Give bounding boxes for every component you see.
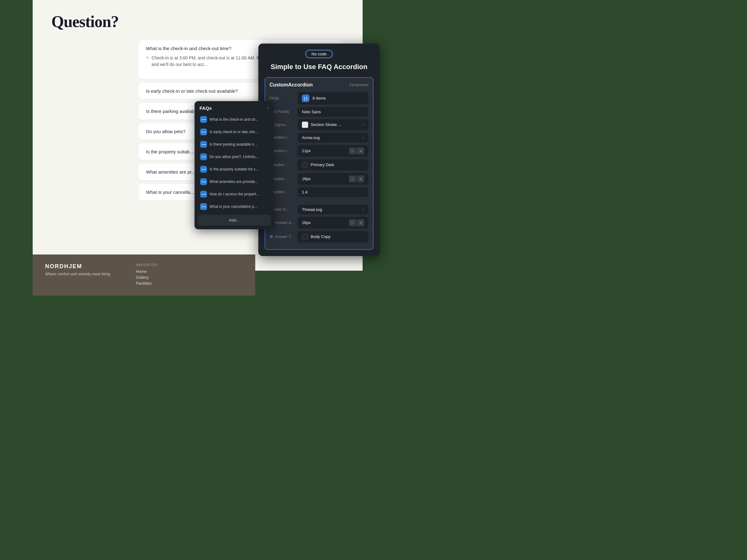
panel-row-a-text: ⊕ Answer T... Body Copy (269, 231, 368, 242)
stepper-divider (356, 148, 357, 154)
brand-tagline: Where comfort and serenity meet living. (45, 272, 111, 277)
panel-label-a-text: Answer T... (275, 235, 293, 239)
q-color-value: Primary Dark (311, 162, 334, 167)
dot (202, 157, 203, 157)
stepper-minus-a16[interactable]: − (349, 219, 356, 226)
nav-link-gallery[interactable]: Gallery (136, 275, 157, 280)
dot (203, 157, 204, 157)
item-dots-1 (202, 132, 206, 133)
panel-row-bg: Backgrou... Section Stroke ... × (269, 119, 368, 130)
item-icon-3 (200, 153, 207, 160)
nocode-badge: No code (264, 50, 374, 58)
stepper-a-16px: − + (349, 219, 364, 226)
a-text-value: Body Copy (311, 234, 331, 239)
body-copy-swatch (302, 234, 308, 240)
dot (203, 206, 204, 207)
dot (202, 194, 203, 195)
item-icon-6 (200, 191, 207, 197)
item-icon-4 (200, 166, 207, 173)
panel-field-a-text[interactable]: Body Copy (298, 231, 368, 242)
page-heading: Question? (51, 12, 344, 31)
faqs-modal-item-6[interactable]: How do I access the propert... ⋮⋮ (198, 189, 271, 200)
dot (202, 119, 203, 120)
q-icon-value: Arrow.svg (302, 135, 320, 140)
stepper-plus-16[interactable]: + (357, 176, 364, 182)
drag-handle-1: ⋮⋮ (262, 130, 268, 134)
items-count: 8 Items (312, 96, 326, 101)
panel-field-q-icon[interactable]: Arrow.svg × (298, 133, 368, 142)
dot (202, 181, 203, 182)
panel-body-copy: Body Copy (302, 234, 331, 240)
drag-handle-4: ⋮⋮ (262, 168, 268, 171)
faqs-modal-title: FAQs (200, 105, 212, 111)
panel-field-q-color[interactable]: Primary Dark (298, 159, 368, 170)
font-value: Noto Sans (302, 109, 321, 114)
item-dots-5 (202, 181, 206, 182)
component-name: CustomAccordion (269, 82, 313, 88)
a-size-value: 16px (302, 220, 311, 225)
faqs-modal-item-4[interactable]: Is the property suitable for c... ⋮⋮ (198, 164, 271, 175)
dot (205, 157, 206, 157)
dot (205, 181, 206, 182)
dot (202, 169, 203, 170)
faq-question-5: Is the property suitab... (146, 149, 194, 154)
component-header: CustomAccordion Component (269, 82, 368, 88)
panel-field-faqs[interactable]: [ ] 8 Items (298, 92, 368, 105)
item-dots-7 (202, 206, 206, 207)
nav-link-home[interactable]: Home (136, 269, 157, 274)
stepper-minus-11[interactable]: − (349, 148, 356, 154)
stepper-minus-16[interactable]: − (349, 176, 356, 182)
panel-row-q-color: Question ... Primary Dark (269, 159, 368, 170)
faqs-modal-item-5[interactable]: What amenities are provided... ⋮⋮ (198, 176, 271, 187)
panel-row-a-icon: Answer Ic... Thread.svg × (269, 205, 368, 214)
faqs-modal-item-3[interactable]: Do you allow pets?, Unfortun... ⋮⋮ (198, 151, 271, 162)
panel-row-a-size: ⊕ Answer Ic... 16px − + (269, 217, 368, 229)
panel-label-faqs: FAQs (269, 96, 298, 101)
panel-field-q-lh: 1.4 (298, 187, 368, 197)
faqs-add-button[interactable]: Add... (198, 215, 271, 225)
close-icon-bg[interactable]: × (362, 123, 364, 127)
dot (205, 132, 206, 133)
answer-arrow-icon: ↳ (146, 55, 149, 60)
footer-brand: NORDHJEM Where comfort and serenity meet… (45, 263, 111, 287)
plus-icon-a-text: ⊕ (269, 234, 273, 239)
dot (203, 194, 204, 195)
q-size2-value: 16px (302, 177, 311, 181)
dot (203, 119, 204, 120)
close-icon-arrow[interactable]: × (362, 136, 364, 139)
faqs-modal-item-2[interactable]: Is there parking available on ... ⋮⋮ (198, 139, 271, 150)
item-text-3: Do you allow pets?, Unfortun... (209, 155, 260, 159)
color-swatch-light (302, 122, 308, 128)
item-icon-5 (200, 178, 207, 185)
panel-row-faqs: FAQs [ ] 8 Items (269, 92, 368, 105)
close-icon-thread[interactable]: × (362, 208, 364, 211)
dot (205, 194, 206, 195)
stepper-plus-a16[interactable]: + (357, 219, 364, 226)
faqs-modal-item-7[interactable]: What is your cancellation pol... ⋮⋮ (198, 201, 271, 212)
faqs-modal-list: What is the check-in and ch... ⋮⋮ Is ear… (195, 114, 274, 215)
stepper-divider2 (356, 176, 357, 182)
panel-field-font[interactable]: Noto Sans (298, 107, 368, 117)
drag-handle-3: ⋮⋮ (262, 155, 268, 159)
item-dots-3 (202, 157, 206, 157)
faq-question-4: Do you allow pets? (146, 129, 185, 134)
panel-field-a-icon[interactable]: Thread.svg × (298, 205, 368, 214)
dot (203, 144, 204, 145)
item-text-6: How do I access the propert... (209, 192, 260, 196)
item-icon-7 (200, 203, 207, 210)
dot (202, 206, 203, 207)
item-text-0: What is the check-in and ch... (209, 117, 260, 122)
right-panel: No code Simple to Use FAQ Accordion Cust… (258, 44, 380, 256)
faqs-modal-item-0[interactable]: What is the check-in and ch... ⋮⋮ (198, 114, 271, 125)
dot (205, 169, 206, 170)
nav-link-facilities[interactable]: Facilities (136, 281, 157, 286)
dot (205, 144, 206, 145)
panel-field-a-size: 16px − + (298, 217, 368, 229)
panel-field-bg[interactable]: Section Stroke ... × (298, 119, 368, 130)
stepper-plus-11[interactable]: + (357, 148, 364, 154)
faqs-modal-close-button[interactable]: × (266, 106, 269, 111)
faqs-modal-item-1[interactable]: Is early check-in or late chec... ⋮⋮ (198, 126, 271, 137)
nocode-pill: No code (305, 50, 333, 58)
panel-items-count: [ ] 8 Items (302, 95, 326, 102)
faqs-modal-header: FAQs × (195, 101, 274, 114)
